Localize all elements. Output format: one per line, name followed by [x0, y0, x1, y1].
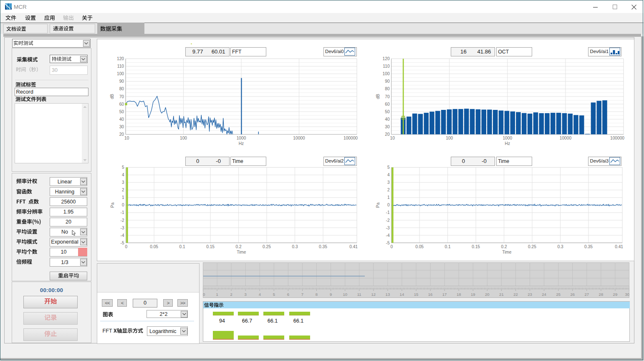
svg-text:14: 14	[400, 292, 404, 297]
svg-text:Pa: Pa	[110, 202, 115, 208]
svg-text:4: 4	[259, 292, 261, 297]
svg-text:4: 4	[122, 173, 124, 177]
svg-text:Pa: Pa	[376, 202, 380, 208]
svg-text:-1: -1	[121, 210, 124, 215]
svg-text:0.2: 0.2	[236, 244, 242, 249]
svg-text:Hz: Hz	[505, 141, 510, 146]
svg-text:5: 5	[273, 292, 275, 297]
svg-text:20: 20	[385, 132, 390, 137]
svg-text:2: 2	[230, 292, 232, 297]
svg-text:110: 110	[117, 64, 124, 69]
svg-text:30: 30	[385, 125, 390, 129]
svg-text:110: 110	[383, 64, 390, 69]
svg-text:Hz: Hz	[239, 141, 244, 146]
svg-text:100: 100	[446, 136, 453, 140]
svg-text:0.05: 0.05	[415, 244, 424, 249]
svg-text:15: 15	[414, 292, 419, 297]
svg-text:9: 9	[330, 292, 332, 297]
svg-text:24: 24	[542, 292, 546, 297]
svg-text:100000: 100000	[610, 136, 624, 140]
svg-text:50: 50	[119, 109, 124, 114]
svg-text:Time: Time	[237, 250, 246, 254]
svg-text:25: 25	[556, 292, 561, 297]
svg-text:0.3: 0.3	[292, 244, 298, 249]
svg-text:50: 50	[385, 109, 390, 114]
svg-text:-2: -2	[386, 218, 390, 223]
svg-text:0.2: 0.2	[501, 244, 507, 249]
svg-text:21: 21	[499, 292, 504, 297]
svg-text:-4: -4	[386, 233, 390, 238]
svg-text:30: 30	[625, 292, 629, 297]
svg-text:2: 2	[387, 188, 390, 192]
svg-text:0.1: 0.1	[445, 244, 451, 249]
svg-text:3: 3	[387, 180, 390, 185]
svg-text:19: 19	[471, 292, 475, 297]
svg-text:1000: 1000	[237, 136, 246, 140]
svg-text:-5: -5	[386, 241, 390, 245]
svg-text:-2: -2	[121, 218, 124, 223]
svg-text:5: 5	[387, 165, 390, 170]
svg-text:28: 28	[599, 292, 604, 297]
svg-text:13: 13	[386, 292, 390, 297]
svg-text:2: 2	[122, 188, 124, 192]
svg-text:17: 17	[442, 292, 447, 297]
svg-text:6: 6	[287, 292, 289, 297]
svg-text:0.25: 0.25	[528, 244, 536, 249]
svg-text:70: 70	[119, 94, 124, 99]
svg-text:10: 10	[124, 136, 129, 140]
svg-text:12: 12	[371, 292, 376, 297]
svg-text:100: 100	[117, 71, 124, 76]
svg-text:-3: -3	[121, 226, 124, 230]
svg-text:26: 26	[570, 292, 575, 297]
svg-text:-4: -4	[121, 233, 124, 238]
svg-text:0.1: 0.1	[179, 244, 185, 249]
svg-text:0.15: 0.15	[206, 244, 215, 249]
svg-text:0.05: 0.05	[150, 244, 158, 249]
svg-text:0.41: 0.41	[349, 244, 358, 249]
svg-text:11: 11	[357, 292, 361, 297]
svg-text:0: 0	[203, 292, 205, 297]
svg-text:20: 20	[119, 132, 124, 137]
svg-text:1: 1	[387, 195, 390, 200]
svg-text:0.41: 0.41	[615, 244, 623, 249]
svg-text:60: 60	[119, 102, 124, 107]
svg-text:3: 3	[122, 180, 124, 185]
svg-text:10: 10	[390, 136, 395, 140]
svg-text:18: 18	[457, 292, 461, 297]
svg-text:120: 120	[383, 56, 390, 61]
svg-text:60: 60	[385, 102, 390, 107]
svg-text:100: 100	[383, 71, 390, 76]
svg-text:0.3: 0.3	[557, 244, 563, 249]
svg-text:-1: -1	[386, 210, 390, 215]
svg-text:0.25: 0.25	[263, 244, 271, 249]
svg-text:16: 16	[428, 292, 433, 297]
svg-text:29: 29	[613, 292, 618, 297]
svg-text:10: 10	[343, 292, 347, 297]
svg-text:90: 90	[119, 79, 124, 84]
svg-text:100: 100	[180, 136, 187, 140]
svg-text:40: 40	[385, 117, 390, 122]
svg-text:dB: dB	[110, 94, 114, 99]
svg-text:23: 23	[528, 292, 532, 297]
svg-text:100000: 100000	[343, 136, 358, 140]
svg-text:dB: dB	[376, 94, 380, 99]
svg-text:27: 27	[585, 292, 589, 297]
svg-text:0.35: 0.35	[584, 244, 593, 249]
svg-text:1: 1	[122, 195, 124, 200]
svg-text:4: 4	[387, 173, 390, 177]
svg-text:30: 30	[119, 125, 124, 129]
svg-text:0.35: 0.35	[319, 244, 327, 249]
svg-text:Time: Time	[502, 250, 512, 254]
svg-text:20: 20	[485, 292, 490, 297]
svg-text:8: 8	[316, 292, 318, 297]
svg-text:80: 80	[385, 86, 390, 91]
svg-text:90: 90	[385, 79, 390, 84]
svg-text:1000: 1000	[503, 136, 512, 140]
svg-text:-5: -5	[121, 241, 124, 245]
svg-text:0: 0	[387, 203, 390, 207]
svg-text:40: 40	[119, 117, 124, 122]
svg-text:0.15: 0.15	[472, 244, 480, 249]
svg-text:3: 3	[245, 292, 247, 297]
svg-text:5: 5	[122, 165, 124, 170]
svg-text:80: 80	[119, 86, 124, 91]
